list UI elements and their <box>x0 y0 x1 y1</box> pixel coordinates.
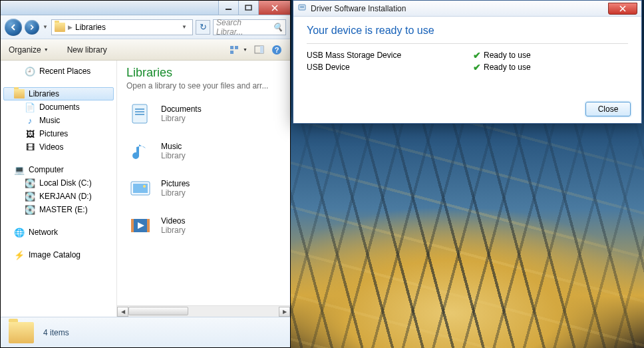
sidebar-item-documents[interactable]: 📄 Documents <box>1 100 116 114</box>
sidebar-item-pictures[interactable]: 🖼 Pictures <box>1 127 116 140</box>
nav-history-dropdown[interactable]: ▼ <box>42 19 49 35</box>
svg-rect-0 <box>226 9 232 10</box>
close-button[interactable]: Close <box>585 102 631 116</box>
svg-rect-4 <box>230 51 234 54</box>
computer-icon: 💻 <box>14 164 25 175</box>
dialog-divider <box>307 43 628 44</box>
sidebar-label: Documents <box>39 102 80 112</box>
music-icon: ♪ <box>25 115 35 126</box>
device-status: ✔ Ready to use <box>473 62 531 73</box>
device-status: ✔ Ready to use <box>473 50 531 61</box>
svg-rect-17 <box>131 219 134 232</box>
sidebar-label: Local Disk (C:) <box>39 178 92 188</box>
library-list: Documents Library Music Library <box>117 93 290 246</box>
horizontal-scrollbar[interactable]: ◀ ▶ <box>117 305 290 317</box>
svg-rect-3 <box>235 46 238 49</box>
videos-icon: 🎞 <box>25 142 35 152</box>
library-item-music[interactable]: Music Library <box>126 137 281 165</box>
address-separator: ▶ <box>68 24 73 31</box>
device-status-text: Ready to use <box>484 63 531 72</box>
library-item-pictures[interactable]: Pictures Library <box>126 174 281 202</box>
svg-rect-10 <box>135 108 144 110</box>
sidebar-label: KERJAAN (D:) <box>39 192 92 201</box>
pictures-large-icon <box>126 174 154 202</box>
svg-point-15 <box>143 185 146 188</box>
lib-name: Videos <box>161 216 186 226</box>
svg-rect-12 <box>135 114 144 115</box>
content-title: Libraries <box>126 66 281 80</box>
lib-name: Pictures <box>161 179 190 188</box>
help-button[interactable]: ? <box>271 45 282 55</box>
sidebar-item-drive-d[interactable]: 💽 KERJAAN (D:) <box>1 190 116 203</box>
scroll-right-button[interactable]: ▶ <box>279 307 290 317</box>
sidebar-label: Music <box>39 116 60 125</box>
explorer-titlebar[interactable] <box>1 1 290 15</box>
dialog-heading: Your device is ready to use <box>307 25 628 37</box>
chevron-down-icon: ▼ <box>243 47 247 52</box>
scroll-left-button[interactable]: ◀ <box>117 307 128 317</box>
sidebar-item-libraries[interactable]: Libraries <box>3 87 114 100</box>
network-icon: 🌐 <box>14 227 25 238</box>
library-item-videos[interactable]: Videos Library <box>126 212 281 240</box>
drive-icon: 💽 <box>25 191 35 202</box>
documents-icon: 📄 <box>25 102 35 112</box>
svg-rect-18 <box>147 219 150 232</box>
device-name: USB Device <box>307 63 473 72</box>
sidebar-item-videos[interactable]: 🎞 Videos <box>1 140 116 154</box>
sidebar-label: Network <box>29 228 58 237</box>
music-large-icon <box>126 137 154 165</box>
device-name: USB Mass Storage Device <box>307 51 473 60</box>
dialog-titlebar[interactable]: Driver Software Installation <box>293 1 641 17</box>
content-header: Libraries Open a library to see your fil… <box>117 61 290 93</box>
sidebar-item-network[interactable]: 🌐 Network <box>1 226 116 239</box>
content-subtitle: Open a library to see your files and arr… <box>126 81 281 90</box>
dialog-body: Your device is ready to use USB Mass Sto… <box>293 17 641 79</box>
dialog-icon <box>297 3 307 14</box>
view-options-button[interactable]: ▼ <box>230 45 247 55</box>
explorer-sidebar: 🕘 Recent Places Libraries 📄 Documents ♪ … <box>1 61 117 317</box>
maximize-button[interactable] <box>238 1 258 15</box>
driver-dialog: Driver Software Installation Your device… <box>293 0 642 124</box>
explorer-navbar: ▼ ▶ Libraries ▼ ↻ Search Librar... 🔍 <box>1 15 290 39</box>
explorer-toolbar: Organize ▼ New library ▼ ? <box>1 39 290 61</box>
drive-icon: 💽 <box>25 204 35 215</box>
sidebar-label: Recent Places <box>39 67 90 76</box>
sidebar-label: Image Catalog <box>29 250 80 260</box>
lib-kind: Library <box>161 151 186 160</box>
organize-label: Organize <box>9 45 41 55</box>
nav-back-button[interactable] <box>5 19 22 36</box>
organize-menu[interactable]: Organize ▼ <box>9 45 49 55</box>
sidebar-item-computer[interactable]: 💻 Computer <box>1 163 116 176</box>
documents-large-icon <box>126 100 154 128</box>
chevron-down-icon: ▼ <box>44 47 49 52</box>
videos-large-icon <box>126 212 154 240</box>
library-item-documents[interactable]: Documents Library <box>126 100 281 128</box>
folder-icon <box>55 23 65 32</box>
lib-kind: Library <box>161 114 202 123</box>
new-library-button[interactable]: New library <box>67 45 107 55</box>
sidebar-item-image-catalog[interactable]: ⚡ Image Catalog <box>1 248 116 261</box>
sidebar-label: Libraries <box>29 89 59 98</box>
dialog-close-button[interactable] <box>608 3 637 15</box>
sidebar-item-music[interactable]: ♪ Music <box>1 114 116 127</box>
minimize-button[interactable] <box>218 1 238 15</box>
sidebar-item-drive-c[interactable]: 💽 Local Disk (C:) <box>1 176 116 190</box>
close-button[interactable] <box>258 1 290 15</box>
status-text: 4 items <box>43 328 69 337</box>
scroll-thumb[interactable] <box>128 307 188 315</box>
nav-forward-button[interactable] <box>25 20 39 35</box>
preview-pane-button[interactable] <box>254 45 265 55</box>
lib-name: Music <box>161 142 186 151</box>
refresh-button[interactable]: ↻ <box>196 20 210 35</box>
sidebar-item-recent[interactable]: 🕘 Recent Places <box>1 65 116 78</box>
status-folder-icon <box>9 322 34 343</box>
address-dropdown-icon[interactable]: ▼ <box>179 24 190 30</box>
scroll-track[interactable] <box>128 307 279 317</box>
svg-rect-11 <box>135 111 144 112</box>
address-bar[interactable]: ▶ Libraries ▼ <box>51 19 193 35</box>
explorer-content: Libraries Open a library to see your fil… <box>117 61 290 317</box>
search-input[interactable]: Search Librar... 🔍 <box>213 19 286 35</box>
lib-kind: Library <box>161 226 186 235</box>
sidebar-item-drive-e[interactable]: 💽 MASTER (E:) <box>1 203 116 216</box>
lib-name: Documents <box>161 104 202 114</box>
